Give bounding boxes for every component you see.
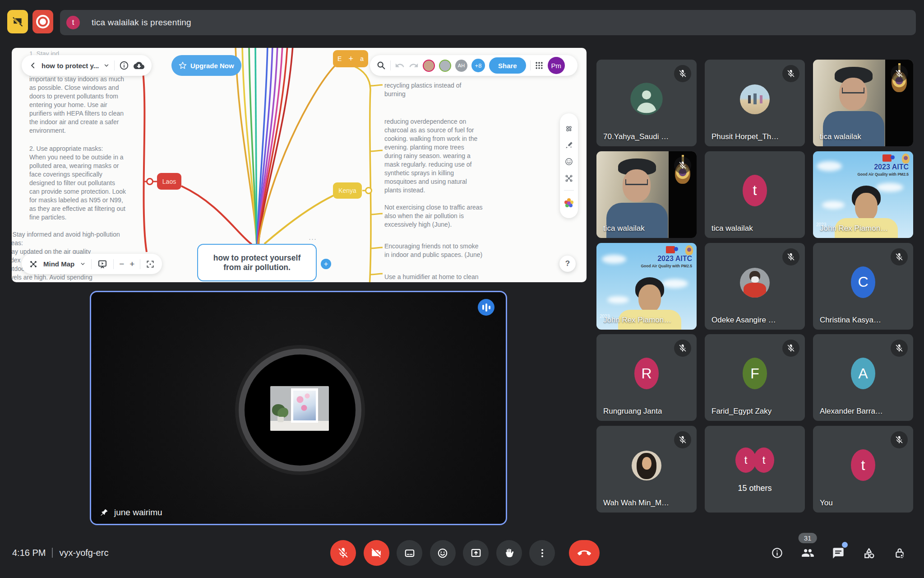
record-app-icon[interactable]: [32, 10, 53, 33]
reactions-button[interactable]: [430, 540, 456, 566]
node-label-fragment: a: [360, 55, 364, 62]
mindmap-mode-icon: [29, 260, 38, 269]
participant-tile[interactable]: Wah Wah Min_M…: [596, 426, 697, 513]
undo-icon[interactable]: [395, 61, 405, 70]
participant-tile[interactable]: Phusit Horpet_Th…: [705, 60, 805, 146]
more-options-button[interactable]: [529, 540, 555, 566]
participant-name: Christina Kasya…: [820, 316, 881, 325]
mindmap-node-laos[interactable]: Laos: [157, 173, 181, 190]
raise-hand-button[interactable]: [496, 540, 522, 566]
meet-app: t tica walailak is presenting: [0, 0, 924, 578]
help-button[interactable]: ?: [559, 256, 576, 272]
back-icon[interactable]: [29, 61, 37, 70]
presenter-banner-text: tica walailak is presenting: [92, 18, 191, 28]
mic-muted-icon: [891, 248, 908, 266]
captions-button[interactable]: [397, 540, 422, 566]
theme-color-icon[interactable]: [564, 198, 573, 207]
participant-tile[interactable]: R Rungruang Janta: [596, 334, 697, 421]
video-overlay-title: 2023 AITC: [641, 255, 692, 263]
participant-name: John Rex Piamon…: [820, 224, 888, 233]
emoji-sticker-icon[interactable]: [564, 157, 573, 166]
chevron-down-icon[interactable]: [80, 261, 86, 267]
call-controls: [330, 540, 600, 566]
participant-tile[interactable]: Odeke Asangire …: [705, 243, 805, 330]
zoom-out-button[interactable]: −: [119, 259, 124, 269]
expand-plus-icon[interactable]: +: [349, 54, 354, 64]
collaborator-avatar[interactable]: [439, 60, 451, 72]
profile-photo: [740, 84, 770, 114]
default-avatar: [629, 81, 664, 117]
mindmap-node-top[interactable]: E + a: [333, 50, 368, 67]
account-avatar[interactable]: Pm: [548, 57, 565, 74]
clock-time: 4:16 PM: [12, 548, 46, 558]
pinned-name-text: june wairimu: [114, 508, 162, 517]
add-node-button[interactable]: +: [321, 259, 331, 269]
video-overlay-subtitle: Good Air Quality with PM2.5: [857, 172, 909, 177]
letter-avatar: t: [743, 175, 767, 206]
collaborator-avatar[interactable]: [423, 60, 435, 72]
host-controls-button[interactable]: [891, 540, 909, 566]
profile-photo: [632, 451, 661, 480]
upgrade-button[interactable]: Upgrade Now: [171, 55, 241, 76]
document-toolbar: how to protect y...: [22, 55, 152, 76]
mindmap-text-block: Not exercising close to traffic areas al…: [384, 203, 483, 229]
presenter-banner: t tica walailak is presenting: [60, 10, 916, 35]
participant-count-badge: 31: [799, 533, 817, 543]
video-overlay-subtitle: Good Air Quality with PM2.5: [641, 264, 692, 268]
star-icon: [179, 61, 187, 70]
structure-icon[interactable]: [564, 174, 573, 183]
present-button[interactable]: [463, 540, 489, 566]
mindmap-text-block: Encouraging friends not to smoke in indo…: [384, 242, 482, 259]
view-mode-label[interactable]: Mind Map: [43, 260, 74, 268]
collaborator-avatar[interactable]: AH: [455, 60, 467, 72]
others-count-label: 15 others: [705, 484, 805, 493]
chat-notification-dot: [842, 542, 848, 548]
mic-muted-icon: [891, 340, 908, 357]
search-icon[interactable]: [376, 61, 386, 70]
participant-tile[interactable]: 2023 AITC Good Air Quality with PM2.5 20…: [813, 151, 913, 238]
cast-off-app-icon[interactable]: [7, 10, 28, 33]
apps-grid-icon[interactable]: [535, 61, 544, 70]
participant-tile[interactable]: 70.Yahya_Saudi …: [596, 60, 697, 146]
chat-panel-button[interactable]: [829, 540, 847, 566]
layout-icon[interactable]: [564, 124, 573, 133]
participant-tile[interactable]: C Christina Kasya…: [813, 243, 913, 330]
participant-name: Wah Wah Min_M…: [603, 499, 669, 508]
participant-tile[interactable]: t tica walailak: [705, 151, 805, 238]
mindmap-central-topic[interactable]: how to protect yourself from air polluti…: [197, 244, 317, 281]
camera-toggle-button[interactable]: [364, 540, 389, 566]
mic-muted-icon: [674, 65, 691, 82]
collaborator-overflow-badge[interactable]: +8: [471, 59, 485, 72]
mindmap-node-kenya[interactable]: Kenya: [333, 182, 362, 199]
fit-screen-icon[interactable]: [146, 260, 155, 269]
participant-tile[interactable]: tica walailak: [596, 151, 697, 238]
mic-muted-icon: [782, 340, 799, 357]
paint-brush-icon[interactable]: [564, 141, 573, 150]
shared-screen-window: 1. Stay ind important to stay indoors as…: [12, 48, 587, 282]
redo-icon[interactable]: [409, 61, 419, 70]
upgrade-label: Upgrade Now: [190, 62, 234, 70]
mindmap-text-block: reducing overdependence on charcoal as a…: [384, 117, 477, 195]
zoom-in-button[interactable]: +: [129, 259, 134, 269]
mic-toggle-button[interactable]: [330, 540, 356, 566]
participants-panel-button[interactable]: 31: [799, 540, 817, 566]
slideshow-icon[interactable]: [97, 259, 108, 270]
participant-tile[interactable]: tica walailak: [813, 60, 913, 146]
overflow-participants-tile[interactable]: t t 15 others: [705, 426, 805, 513]
info-icon[interactable]: [119, 61, 129, 70]
chevron-down-icon[interactable]: [103, 62, 110, 69]
meeting-details-button[interactable]: [768, 540, 786, 566]
participant-tile[interactable]: A Alexander Barra…: [813, 334, 913, 421]
share-button[interactable]: Share: [489, 57, 526, 74]
self-tile[interactable]: t You: [813, 426, 913, 513]
end-call-button[interactable]: [569, 540, 600, 566]
activities-button[interactable]: [860, 540, 878, 566]
presentation-stage-tile[interactable]: june wairimu: [90, 291, 507, 525]
participant-name: Phusit Horpet_Th…: [711, 132, 779, 141]
document-title[interactable]: how to protect y...: [42, 62, 99, 70]
participant-tile[interactable]: 2023 AITC Good Air Quality with PM2.5 20…: [596, 243, 697, 330]
participant-tile[interactable]: F Farid_Egypt Zaky: [705, 334, 805, 421]
download-icon[interactable]: [134, 60, 144, 71]
participant-name: John Rex Piamon…: [603, 316, 671, 325]
pinned-participant-label: june wairimu: [99, 508, 162, 517]
